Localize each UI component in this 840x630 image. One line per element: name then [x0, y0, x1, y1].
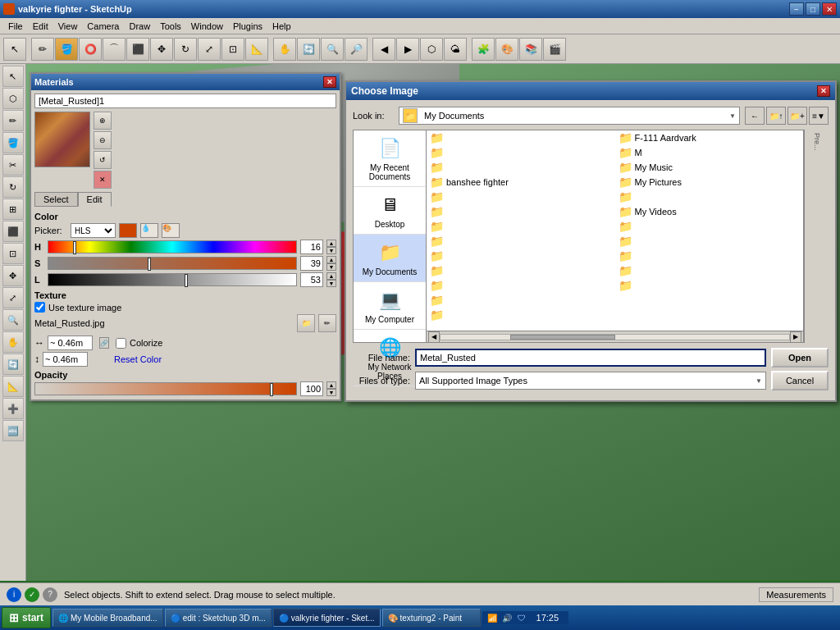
h-slider[interactable] — [48, 240, 297, 253]
texture-browse-button[interactable]: 📁 — [297, 314, 315, 332]
left-tool-8[interactable]: ⊡ — [2, 243, 24, 264]
tool-paint[interactable]: 🪣 — [55, 38, 78, 61]
folder-item-m[interactable]: 📁M — [615, 145, 804, 160]
dialog-close-button[interactable]: ✕ — [817, 85, 830, 97]
use-texture-checkbox[interactable] — [34, 302, 45, 313]
folder-item[interactable]: 📁 — [427, 308, 615, 322]
filename-input[interactable] — [415, 349, 766, 367]
menu-plugins[interactable]: Plugins — [228, 20, 267, 33]
tool-offset[interactable]: ⊡ — [221, 38, 244, 61]
tool-orbit[interactable]: 🔄 — [297, 38, 320, 61]
scroll-track[interactable] — [440, 334, 790, 340]
opacity-spin-down[interactable]: ▼ — [326, 389, 336, 396]
tab-select[interactable]: Select — [34, 192, 78, 207]
color-picker-button[interactable]: 🎨 — [162, 223, 180, 238]
nav-new-folder-button[interactable]: 📁+ — [788, 107, 807, 125]
opacity-spin-up[interactable]: ▲ — [326, 381, 336, 389]
close-button[interactable]: ✕ — [822, 2, 837, 16]
left-tool-9[interactable]: ✥ — [2, 265, 24, 286]
start-button[interactable]: ⊞ start — [2, 607, 51, 628]
folder-item[interactable]: 📁 — [615, 249, 804, 263]
folder-item-music[interactable]: 📁My Music — [615, 160, 804, 175]
menu-file[interactable]: File — [3, 20, 28, 33]
place-recent[interactable]: 📄 My Recent Documents — [354, 130, 426, 187]
picker-select[interactable]: HLS — [71, 223, 116, 238]
scroll-right-button[interactable]: ▶ — [790, 331, 801, 343]
opacity-slider[interactable] — [34, 382, 297, 395]
folder-item[interactable]: 📁 — [615, 189, 804, 204]
folder-item[interactable]: 📁 — [427, 204, 615, 219]
h-spin-down[interactable]: ▼ — [326, 247, 336, 254]
tool-select[interactable]: ↖ — [3, 38, 26, 61]
maximize-button[interactable]: □ — [806, 2, 820, 16]
left-tool-13[interactable]: 🔄 — [2, 354, 24, 375]
folder-item[interactable]: 📁 — [427, 130, 615, 145]
left-tool-7[interactable]: ⬛ — [2, 221, 24, 242]
width-input[interactable] — [48, 336, 93, 350]
nav-back-button[interactable]: ← — [745, 107, 765, 125]
left-tool-4[interactable]: ✂ — [2, 154, 24, 176]
left-tool-14[interactable]: 📐 — [2, 376, 24, 397]
tool-scenes[interactable]: 🎬 — [543, 38, 566, 61]
tool-components[interactable]: 🧩 — [472, 38, 495, 61]
lookin-select[interactable]: 📁 My Documents ▼ — [399, 107, 740, 125]
height-input[interactable] — [43, 352, 88, 367]
place-desktop[interactable]: 🖥 Desktop — [354, 187, 426, 235]
mat-btn-4[interactable]: ✕ — [94, 171, 112, 189]
colorize-checkbox[interactable] — [116, 338, 126, 349]
l-spin-down[interactable]: ▼ — [326, 280, 336, 287]
folder-item[interactable]: 📁 — [427, 293, 615, 308]
tool-rotate[interactable]: ↻ — [174, 38, 197, 61]
folder-item[interactable]: 📁 — [615, 278, 804, 293]
l-spin-up[interactable]: ▲ — [326, 272, 336, 280]
left-tool-1[interactable]: ⬡ — [2, 88, 24, 109]
tool-layers[interactable]: 📚 — [519, 38, 542, 61]
file-list-scrollbar[interactable]: ◀ ▶ — [427, 331, 803, 342]
cancel-button[interactable]: Cancel — [771, 371, 829, 390]
tool-pan[interactable]: ✋ — [273, 38, 296, 61]
menu-view[interactable]: View — [53, 20, 83, 33]
place-documents[interactable]: 📁 My Documents — [354, 235, 426, 282]
mat-btn-2[interactable]: ⊖ — [94, 131, 112, 149]
folder-item[interactable]: 📁 — [615, 219, 804, 234]
left-tool-11[interactable]: 🔍 — [2, 309, 24, 331]
folder-item-videos[interactable]: 📁My Videos — [615, 204, 804, 219]
l-slider[interactable] — [48, 273, 297, 286]
size-lock-icon[interactable]: 🔗 — [99, 337, 109, 349]
folder-item[interactable]: 📁 — [427, 160, 615, 175]
menu-draw[interactable]: Draw — [124, 20, 155, 33]
left-tool-16[interactable]: 🔤 — [2, 420, 24, 441]
place-computer[interactable]: 💻 My Computer — [354, 282, 426, 330]
taskbar-item-3[interactable]: 🎨 texturing2 - Paint — [382, 609, 481, 627]
mat-btn-1[interactable]: ⊕ — [94, 112, 112, 130]
tab-edit[interactable]: Edit — [78, 192, 112, 207]
minimize-button[interactable]: − — [789, 2, 804, 16]
left-tool-6[interactable]: ⊞ — [2, 199, 24, 220]
taskbar-item-1[interactable]: 🔵 edit : Sketchup 3D m... — [165, 609, 272, 627]
folder-item[interactable]: 📁 — [615, 263, 804, 278]
color-dropper-button[interactable]: 💧 — [140, 223, 158, 238]
left-tool-3[interactable]: 🪣 — [2, 132, 24, 153]
s-spin-down[interactable]: ▼ — [326, 263, 336, 271]
menu-help[interactable]: Help — [267, 20, 296, 33]
tool-materials[interactable]: 🎨 — [495, 38, 518, 61]
taskbar-item-2[interactable]: 🔵 valkyrie fighter - Sket... — [273, 609, 381, 627]
s-value[interactable]: 39 — [300, 256, 323, 271]
color-swatch[interactable] — [119, 223, 137, 238]
tool-prev-view[interactable]: ◀ — [372, 38, 395, 61]
folder-item-f111[interactable]: 📁F-111 Aardvark — [615, 130, 804, 145]
folder-item-banshee[interactable]: 📁banshee fighter — [427, 175, 615, 189]
s-slider[interactable] — [48, 257, 297, 270]
tool-next-view[interactable]: ▶ — [396, 38, 419, 61]
folder-item-pictures[interactable]: 📁My Pictures — [615, 175, 804, 189]
menu-window[interactable]: Window — [186, 20, 228, 33]
h-spin-up[interactable]: ▲ — [326, 240, 336, 247]
menu-camera[interactable]: Camera — [82, 20, 124, 33]
left-tool-5[interactable]: ↻ — [2, 176, 24, 198]
left-tool-2[interactable]: ✏ — [2, 110, 24, 131]
filetype-select[interactable]: All Supported Image Types ▼ — [415, 372, 766, 390]
tool-shadows[interactable]: 🌤 — [444, 38, 467, 61]
taskbar-item-0[interactable]: 🌐 My Mobile Broadband... — [52, 609, 163, 627]
menu-edit[interactable]: Edit — [28, 20, 53, 33]
scroll-thumb[interactable] — [510, 335, 615, 340]
